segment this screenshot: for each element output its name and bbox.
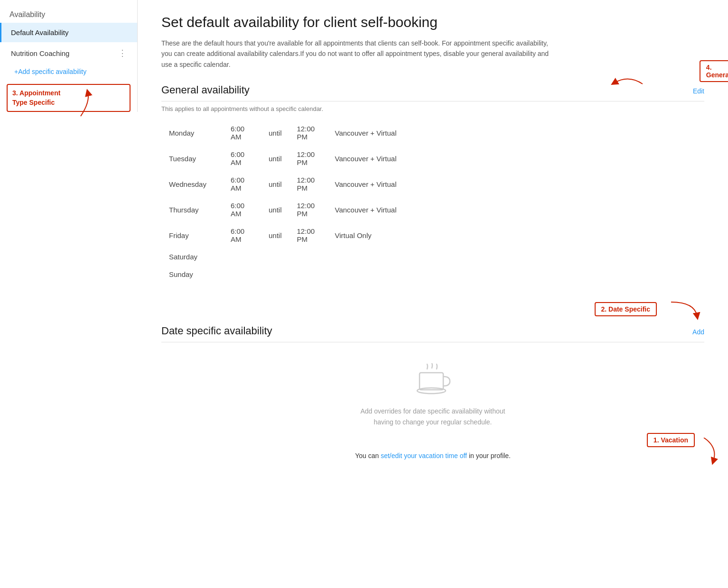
annotation-2-box: 2. Date Specific: [595, 302, 657, 316]
location-cell: Vancouver + Virtual: [327, 120, 704, 146]
vacation-text: You can set/edit your vacation time off …: [355, 452, 511, 459]
until-cell: until: [261, 120, 289, 146]
vacation-link[interactable]: set/edit your vacation time off: [381, 452, 467, 459]
annotation-3-label: 3. AppointmentType Specific: [12, 89, 60, 106]
until-cell: until: [261, 171, 289, 197]
general-section-title: General availability: [161, 84, 250, 96]
end-time-cell: 12:00 PM: [289, 146, 327, 171]
annotation-2-with-arrow: 2. Date Specific: [595, 297, 705, 321]
sidebar-title: Availability: [0, 5, 137, 23]
until-cell: [261, 248, 289, 266]
vacation-text-before: You can: [355, 452, 381, 459]
table-row: Saturday: [161, 248, 704, 266]
day-cell: Saturday: [161, 248, 223, 266]
sidebar-item-default-availability[interactable]: Default Availability: [0, 23, 137, 42]
empty-state-text: Add overrides for date specific availabi…: [360, 406, 505, 427]
day-cell: Monday: [161, 120, 223, 146]
page-wrapper: Availability Default Availability Nutrit…: [0, 0, 728, 588]
date-specific-section: 2. Date Specific: [161, 297, 704, 474]
annotation-1-box: 1. Vacation: [647, 433, 695, 447]
end-time-cell: 12:00 PM: [289, 171, 327, 197]
day-cell: Friday: [161, 222, 223, 248]
add-button[interactable]: Add: [692, 328, 704, 336]
page-description: These are the default hours that you're …: [161, 38, 551, 70]
main-content: Set default availability for client self…: [138, 0, 728, 488]
end-time-cell: 12:00 PM: [289, 120, 327, 146]
until-cell: until: [261, 146, 289, 171]
location-cell: [327, 248, 704, 266]
location-cell: Virtual Only: [327, 222, 704, 248]
edit-button[interactable]: Edit: [693, 87, 704, 95]
start-time-cell: 6:00 AM: [223, 222, 261, 248]
annotation-2-area: 2. Date Specific: [161, 297, 704, 321]
start-time-cell: [223, 266, 261, 283]
end-time-cell: [289, 248, 327, 266]
day-cell: Wednesday: [161, 171, 223, 197]
location-cell: Vancouver + Virtual: [327, 146, 704, 171]
annotation-3-box: 3. AppointmentType Specific: [7, 84, 131, 112]
table-row: Sunday: [161, 266, 704, 283]
date-section-title: Date specific availability: [161, 325, 272, 337]
annotation-4-arrow: [605, 70, 652, 93]
start-time-cell: 6:00 AM: [223, 197, 261, 222]
annotation-1-arrow: [699, 438, 728, 466]
start-time-cell: 6:00 AM: [223, 146, 261, 171]
sidebar-item-nutrition-coaching[interactable]: Nutrition Coaching ⋮: [0, 42, 137, 64]
table-row: Tuesday 6:00 AM until 12:00 PM Vancouver…: [161, 146, 704, 171]
annotation-1-area: 1. Vacation: [647, 433, 695, 447]
sidebar-item-label: Nutrition Coaching: [11, 49, 69, 57]
day-cell: Thursday: [161, 197, 223, 222]
annotation-4-label: 4. General: [706, 64, 728, 79]
svg-rect-0: [420, 373, 443, 390]
end-time-cell: 12:00 PM: [289, 197, 327, 222]
sidebar: Availability Default Availability Nutrit…: [0, 0, 138, 588]
main-content-wrapper: Set default availability for client self…: [138, 0, 728, 588]
sidebar-container: Availability Default Availability Nutrit…: [0, 0, 138, 112]
svg-point-1: [417, 388, 446, 394]
date-section-header: Date specific availability Add: [161, 325, 704, 342]
start-time-cell: [223, 248, 261, 266]
vacation-text-after: in your profile.: [467, 452, 511, 459]
table-row: Monday 6:00 AM until 12:00 PM Vancouver …: [161, 120, 704, 146]
annotation-4-box: 4. General: [700, 60, 728, 82]
coffee-cup-icon: [414, 363, 452, 396]
sidebar-item-label: Default Availability: [11, 28, 68, 37]
general-availability-section: General availability Edit: [161, 84, 704, 283]
more-options-icon[interactable]: ⋮: [118, 48, 128, 58]
location-cell: [327, 266, 704, 283]
end-time-cell: [289, 266, 327, 283]
table-row: Wednesday 6:00 AM until 12:00 PM Vancouv…: [161, 171, 704, 197]
annotation-1-label: 1. Vacation: [653, 436, 688, 444]
day-cell: Tuesday: [161, 146, 223, 171]
vacation-area: 1. Vacation You: [161, 452, 704, 474]
until-cell: until: [261, 222, 289, 248]
start-time-cell: 6:00 AM: [223, 171, 261, 197]
annotation-2-arrow: [666, 297, 704, 321]
start-time-cell: 6:00 AM: [223, 120, 261, 146]
until-cell: until: [261, 197, 289, 222]
day-cell: Sunday: [161, 266, 223, 283]
availability-table: Monday 6:00 AM until 12:00 PM Vancouver …: [161, 120, 704, 283]
page-title: Set default availability for client self…: [161, 14, 704, 30]
table-row: Thursday 6:00 AM until 12:00 PM Vancouve…: [161, 197, 704, 222]
end-time-cell: 12:00 PM: [289, 222, 327, 248]
location-cell: Vancouver + Virtual: [327, 197, 704, 222]
until-cell: [261, 266, 289, 283]
annotation-2-label: 2. Date Specific: [601, 305, 651, 313]
add-specific-availability[interactable]: +Add specific availability: [0, 64, 137, 79]
general-section-subtitle: This applies to all appointments without…: [161, 103, 704, 112]
location-cell: Vancouver + Virtual: [327, 171, 704, 197]
table-row: Friday 6:00 AM until 12:00 PM Virtual On…: [161, 222, 704, 248]
empty-state: Add overrides for date specific availabi…: [161, 344, 704, 452]
